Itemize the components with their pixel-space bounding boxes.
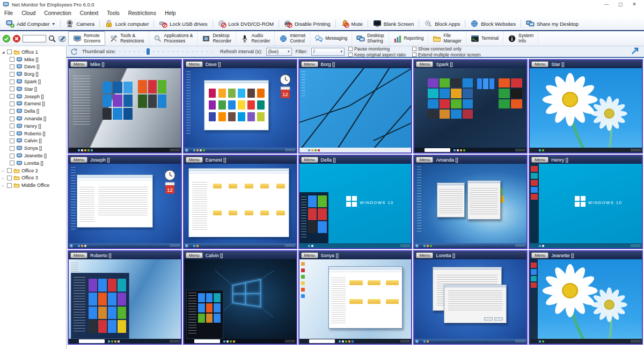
remote-screen-thumbnail[interactable] (299, 68, 412, 152)
checkbox[interactable] (10, 123, 14, 128)
checkbox[interactable] (10, 57, 14, 62)
tab-remote-screens[interactable]: RemoteScreens (68, 31, 105, 46)
thumbnail-menu-button[interactable]: Menu (70, 252, 87, 258)
tree-computer-della[interactable]: Della [] (1, 107, 66, 115)
tab-desktop-sharing[interactable]: DesktopSharing (352, 31, 389, 46)
thumbnail-menu-button[interactable]: Menu (186, 157, 203, 163)
remote-screen-thumbnail[interactable] (69, 259, 181, 344)
option-show-connected-only[interactable]: Show connected only (412, 46, 481, 52)
tree-group-middle-office[interactable]: ▷Middle Office (1, 181, 66, 189)
action-mute[interactable]: Mute (337, 18, 367, 29)
thumbnail-menu-button[interactable]: Menu (301, 61, 318, 67)
remote-screen-thumbnail[interactable] (414, 68, 526, 152)
tree-computer-jeanette[interactable]: Jeanette [] (1, 152, 66, 159)
tree-computer-roberto[interactable]: Roberto [] (1, 130, 66, 137)
remote-screen-thumbnail[interactable] (184, 259, 296, 344)
search-icon[interactable] (48, 34, 56, 43)
action-blank-screen[interactable]: Blank Screen (369, 18, 418, 29)
checkbox[interactable] (10, 109, 14, 114)
menu-restrictions[interactable]: Restrictions (124, 10, 160, 16)
maximize-button[interactable]: ▢ (613, 2, 627, 7)
checkbox[interactable] (7, 168, 12, 173)
tree-computer-calvin[interactable]: Calvin [] (1, 137, 66, 145)
tab-applications-processes[interactable]: Applications &Processes (149, 31, 198, 46)
checkbox[interactable] (10, 79, 14, 84)
checkbox[interactable] (7, 176, 12, 180)
thumbnail-menu-button[interactable]: Menu (186, 61, 203, 67)
checkbox[interactable] (10, 146, 14, 151)
thumbnail-size-slider[interactable] (120, 48, 216, 55)
option-extend-multiple-monitor-screen[interactable]: Extend multiple monitor screen (412, 52, 481, 57)
option-keep-original-aspect-ratio[interactable]: Keep original aspect ratio (348, 52, 406, 57)
thumbnail-menu-button[interactable]: Menu (70, 157, 87, 163)
tab-tools-restrictions[interactable]: Tools &Restrictions (105, 31, 149, 46)
menu-tools[interactable]: Tools (103, 10, 123, 16)
action-add-computer[interactable]: Add Computer▼ (2, 18, 59, 29)
remote-screen-thumbnail[interactable] (530, 68, 642, 152)
remote-screen-thumbnail[interactable]: 12 (184, 68, 296, 152)
thumbnail-menu-button[interactable]: Menu (531, 157, 548, 163)
refresh-interval-select[interactable]: (live)▾ (266, 48, 292, 56)
thumbnail-menu-button[interactable]: Menu (416, 157, 433, 163)
tree-computer-earnest[interactable]: Earnest [] (1, 100, 66, 108)
filter-select[interactable]: /▾ (311, 48, 345, 56)
remote-screen-thumbnail[interactable] (299, 259, 412, 344)
menu-context[interactable]: Context (76, 10, 103, 16)
action-lock-computer[interactable]: Lock computer (101, 18, 152, 29)
remote-screen-thumbnail[interactable] (414, 259, 526, 344)
thumbnail-menu-button[interactable]: Menu (301, 252, 318, 258)
tree-computer-amanda[interactable]: Amanda [] (1, 115, 66, 122)
minimize-button[interactable]: — (599, 2, 613, 7)
checkbox[interactable] (348, 53, 353, 57)
checkbox[interactable] (412, 53, 416, 57)
checkbox[interactable] (10, 86, 14, 91)
remote-screen-thumbnail[interactable] (414, 164, 526, 248)
remote-screen-thumbnail[interactable]: 12 (69, 164, 181, 248)
tab-system-info[interactable]: SystemInfo (503, 31, 538, 46)
action-block-apps[interactable]: Block Apps (420, 18, 464, 29)
monitor-edit-icon[interactable] (58, 34, 67, 43)
collapse-toggle-icon[interactable]: ◢ (1, 50, 5, 54)
thumbnail-menu-button[interactable]: Menu (301, 157, 318, 163)
menu-file[interactable]: File (0, 10, 17, 16)
thumbnail-menu-button[interactable]: Menu (416, 252, 433, 258)
tree-group-office-1[interactable]: ◢Office 1 (1, 48, 66, 56)
checkbox[interactable] (348, 47, 353, 51)
checkbox[interactable] (10, 117, 14, 121)
thumbnail-menu-button[interactable]: Menu (186, 252, 203, 258)
checkbox[interactable] (10, 72, 14, 77)
tree-computer-star[interactable]: Star [] (1, 85, 66, 93)
expand-toggle-icon[interactable]: ▷ (1, 169, 5, 172)
checkbox[interactable] (7, 183, 12, 188)
remote-screen-thumbnail[interactable]: WINDOWS 10 (299, 164, 412, 248)
tree-computer-joseph[interactable]: Joseph [] (1, 93, 66, 100)
tree-group-office-3[interactable]: ▷Office 3 (1, 174, 66, 182)
action-camera[interactable]: Camera (62, 18, 98, 29)
tree-computer-dave[interactable]: Dave [] (1, 63, 66, 71)
tab-messaging[interactable]: Messaging (310, 31, 352, 46)
tab-audio-recorder[interactable]: AudioRecorder (236, 31, 275, 46)
thumbnail-menu-button[interactable]: Menu (531, 61, 548, 67)
checkbox[interactable] (412, 47, 416, 51)
menu-cloud[interactable]: Cloud (17, 10, 40, 16)
thumbnail-menu-button[interactable]: Menu (70, 61, 87, 67)
checkbox[interactable] (10, 94, 14, 99)
expand-toggle-icon[interactable]: ▷ (1, 184, 5, 187)
checkbox[interactable] (10, 154, 14, 158)
checkbox[interactable] (10, 139, 14, 143)
action-lock-dvd-cd-rom[interactable]: Lock DVD/CD-ROM (214, 18, 277, 29)
thumbnail-menu-button[interactable]: Menu (416, 61, 433, 67)
menu-help[interactable]: Help (160, 10, 180, 16)
tree-computer-sonya[interactable]: Sonya [] (1, 144, 66, 152)
checkbox[interactable] (7, 49, 12, 54)
disconnect-icon[interactable] (12, 34, 21, 43)
tab-internet-control[interactable]: InternetControl (275, 31, 310, 46)
checkbox[interactable] (10, 161, 14, 165)
action-block-websites[interactable]: Block Websites (466, 18, 519, 29)
checkbox[interactable] (10, 64, 14, 69)
menu-connection[interactable]: Connection (40, 10, 76, 16)
checkbox[interactable] (10, 131, 14, 136)
checkbox[interactable] (10, 101, 14, 106)
remote-screen-thumbnail[interactable] (530, 259, 642, 344)
tree-computer-loretta[interactable]: Loretta [] (1, 159, 66, 167)
